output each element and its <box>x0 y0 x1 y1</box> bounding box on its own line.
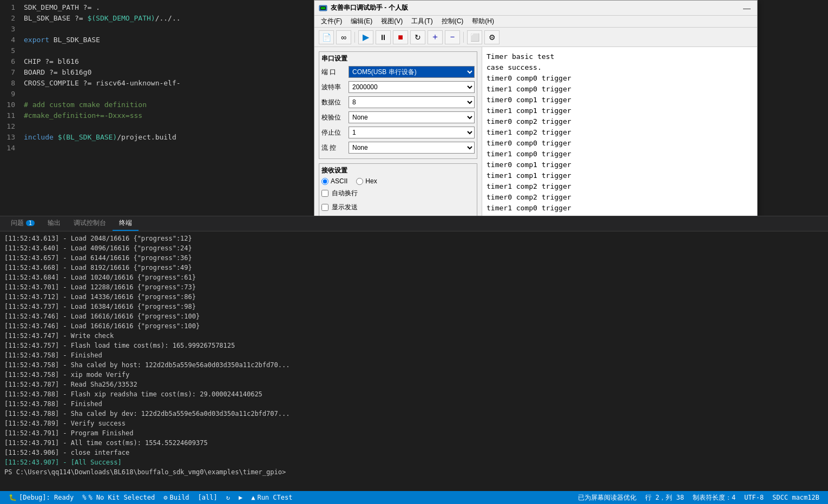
output-line: timer1 comp1 trigger <box>487 214 753 216</box>
debug-icon: 🐛 <box>9 494 17 501</box>
line-content[interactable]: #cmake_definition+=-Dxxx=sss <box>19 110 311 121</box>
build-label: Build <box>169 494 189 501</box>
terminal-line: [11:52:43.787] - Read Sha256/33532 <box>4 380 824 389</box>
language-mode[interactable]: SDCC macm12B <box>768 493 824 502</box>
serial-menu-item[interactable]: 帮助(H) <box>468 16 498 27</box>
code-line: 1SDK_DEMO_PATH ?= . <box>0 2 311 13</box>
parity-select[interactable]: None <box>349 111 475 123</box>
windows-button[interactable]: ⬜ <box>467 30 482 44</box>
port-select[interactable]: COM5(USB 串行设备) <box>349 66 475 78</box>
run-icon[interactable]: ▶ <box>234 494 247 501</box>
terminal-line: [11:52:43.907] - [All Success] <box>4 457 824 467</box>
serial-menu-item[interactable]: 工具(T) <box>407 16 437 27</box>
show-send-checkbox[interactable] <box>321 204 328 211</box>
data-bits-select[interactable]: 8 <box>349 96 475 108</box>
terminal-tab-problems[interactable]: 问题1 <box>4 216 41 231</box>
line-number: 1 <box>0 2 19 13</box>
port-label: 端 口 <box>321 68 349 77</box>
terminal-line: [11:52:43.758] - Finished <box>4 350 824 360</box>
line-content[interactable]: # add custom cmake definition <box>19 100 311 110</box>
debug-status[interactable]: 🐛 [Debug]: Ready <box>4 494 78 501</box>
refresh-build-icon[interactable]: ↻ <box>222 494 234 501</box>
line-content[interactable]: BL_SDK_BASE ?= $(SDK_DEMO_PATH)/../.. <box>19 13 311 24</box>
code-line: 9 <box>0 89 311 100</box>
terminal-tab-debug[interactable]: 调试控制台 <box>67 216 113 231</box>
add-button[interactable]: ＋ <box>428 30 443 44</box>
code-line: 5 <box>0 45 311 56</box>
recv-ascii-label[interactable]: ASCII <box>321 177 347 185</box>
code-line: 10# add custom cmake definition <box>0 100 311 110</box>
screen-reader-status: 已为屏幕阅读器优化 <box>574 493 641 502</box>
build-target-status[interactable]: [all] <box>194 494 222 501</box>
terminal-line: [11:52:43.746] - Load 16616/16616 {"prog… <box>4 321 824 331</box>
new-button[interactable]: 📄 <box>319 30 334 44</box>
line-number: 13 <box>0 132 19 143</box>
serial-menu-item[interactable]: 文件(F) <box>317 16 346 27</box>
terminal-line: [11:52:43.684] - Load 10240/16616 {"prog… <box>4 273 824 282</box>
close-button[interactable]: — <box>741 4 753 12</box>
encoding[interactable]: UTF-8 <box>740 493 768 502</box>
baud-label: 波特率 <box>321 83 349 92</box>
line-content[interactable] <box>19 45 311 56</box>
serial-menu-item[interactable]: 控制(C) <box>437 16 468 27</box>
line-content[interactable]: include $(BL_SDK_BASE)/project.build <box>19 132 311 143</box>
debug-label: [Debug]: Ready <box>19 494 74 501</box>
line-content[interactable] <box>19 121 311 132</box>
serial-output: Timer basic testcase success.timer0 comp… <box>482 47 757 216</box>
tab-size[interactable]: 制表符长度：4 <box>688 493 740 502</box>
flow-control-select[interactable]: None <box>349 142 475 154</box>
code-line: 14 <box>0 143 311 154</box>
serial-titlebar: 友善串口调试助手 - 个人版 — <box>314 1 757 16</box>
recv-encoding-row: ASCII Hex <box>321 177 475 185</box>
build-status[interactable]: ⚙ Build <box>159 494 193 501</box>
code-line: 6CHIP ?= bl616 <box>0 56 311 67</box>
build-target-label: [all] <box>198 494 218 501</box>
serial-menu-item[interactable]: 编辑(E) <box>346 16 377 27</box>
toolbar-separator-2 <box>463 32 464 43</box>
terminal-line: [11:52:43.712] - Load 14336/16616 {"prog… <box>4 292 824 302</box>
terminal-line: [11:52:43.701] - Load 12288/16616 {"prog… <box>4 282 824 292</box>
refresh-button[interactable]: ↻ <box>410 30 425 44</box>
output-line: timer0 comp2 trigger <box>487 116 753 127</box>
line-number: 6 <box>0 56 19 67</box>
line-content[interactable]: SDK_DEMO_PATH ?= . <box>19 2 311 13</box>
run-ctest-label[interactable]: ▲ Run CTest <box>247 494 297 501</box>
kit-status[interactable]: % % No Kit Selected <box>78 494 159 501</box>
line-number: 14 <box>0 143 19 154</box>
line-content[interactable]: export BL_SDK_BASE <box>19 35 311 45</box>
output-line: timer0 comp0 trigger <box>487 138 753 149</box>
terminal-line: [11:52:43.613] - Load 2048/16616 {"progr… <box>4 234 824 243</box>
line-content[interactable]: CROSS_COMPILE ?= riscv64-unknown-elf- <box>19 78 311 89</box>
serial-menu-item[interactable]: 视图(V) <box>377 16 407 27</box>
terminal-panel: 问题1输出调试控制台终端 [11:52:43.613] - Load 2048/… <box>0 216 828 491</box>
terminal-tab-output[interactable]: 输出 <box>41 216 67 231</box>
cursor-position[interactable]: 行 2，列 38 <box>641 493 688 502</box>
recv-ascii-radio[interactable] <box>321 178 328 185</box>
stop-bits-select[interactable]: 1 <box>349 127 475 138</box>
stop-button[interactable]: ■ <box>393 30 408 44</box>
terminal-line: [11:52:43.791] - All time cost(ms): 1554… <box>4 438 824 448</box>
line-content[interactable]: CHIP ?= bl616 <box>19 56 311 67</box>
pause-button[interactable]: ⏸ <box>376 30 391 44</box>
recv-hex-radio[interactable] <box>356 178 363 185</box>
loop-button[interactable]: ∞ <box>336 30 351 44</box>
code-line: 7BOARD ?= bl616g0 <box>0 67 311 78</box>
baud-select[interactable]: 2000000 <box>349 81 475 93</box>
recv-hex-label[interactable]: Hex <box>356 177 377 185</box>
parity-label: 校验位 <box>321 113 349 122</box>
line-content[interactable]: BOARD ?= bl616g0 <box>19 67 311 78</box>
flow-control-row: 流 控 None <box>321 141 475 154</box>
line-content[interactable] <box>19 89 311 100</box>
auto-newline-checkbox[interactable] <box>321 190 328 197</box>
kit-percent-icon: % <box>82 494 86 501</box>
terminal-tab-terminal[interactable]: 终端 <box>113 216 139 231</box>
line-content[interactable] <box>19 24 311 35</box>
line-content[interactable] <box>19 143 311 154</box>
show-send-row: 显示发送 <box>321 201 475 213</box>
stop-bits-label: 停止位 <box>321 128 349 137</box>
data-bits-label: 数据位 <box>321 98 349 107</box>
toolbar-separator-1 <box>354 32 355 43</box>
subtract-button[interactable]: － <box>445 30 460 44</box>
play-button[interactable]: ▶ <box>358 30 373 44</box>
settings-button[interactable]: ⚙ <box>484 30 500 44</box>
